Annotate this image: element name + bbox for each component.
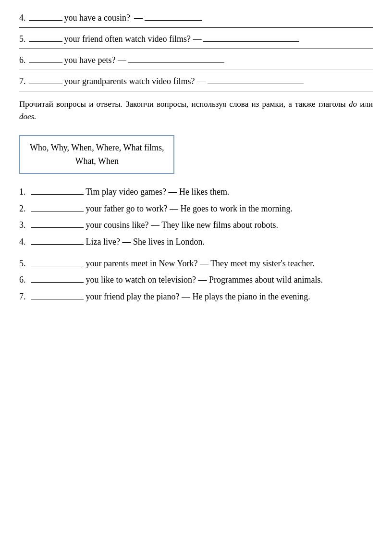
item-num-6: 6. [19,54,26,67]
instructions-text: Прочитай вопросы и ответы. Закончи вопро… [19,99,349,109]
bottom-text-4: Liza live? — She lives in London. [86,237,205,247]
instructions-italic1: do [349,99,357,109]
bottom-item-6: 6. you like to watch on television? — Pr… [19,273,373,287]
bottom-text-1: Tim play video games? — He likes them. [86,187,229,197]
separator-5 [19,49,373,49]
blank-5-1[interactable] [29,41,62,42]
instructions-connector: или [357,99,373,109]
bottom-item-1: 1. Tim play video games? — He likes them… [19,185,373,199]
item-num-5: 5. [19,33,26,46]
bottom-text-5: your parents meet in New York? — They me… [86,259,315,268]
bottom-blank-4[interactable] [31,244,84,245]
bottom-item-2: 2. your father go to work? — He goes to … [19,201,373,216]
exercise-item-6: 6. you have pets? — [19,54,373,70]
bottom-text-2: your father go to work? — He goes to wor… [86,204,293,213]
bottom-blank-5[interactable] [31,266,84,266]
bottom-item-7: 7. your friend play the piano? — He play… [19,289,373,304]
exercise-item-7: 7. your grandparents watch video films? … [19,75,373,91]
blank-4-2[interactable] [145,20,202,21]
bottom-num-7: 7. [19,292,26,301]
item-num-4: 4. [19,12,26,25]
blank-5-2[interactable] [203,41,299,42]
bottom-blank-2[interactable] [31,211,84,211]
bottom-text-6: you like to watch on television? — Progr… [86,275,323,285]
instructions-block: Прочитай вопросы и ответы. Закончи вопро… [19,98,373,124]
item-7-text: your grandparents watch video films? — [64,75,206,88]
word-box-line2: What, When [30,154,164,168]
bottom-item-3: 3. your cousins like? — They like new fi… [19,218,373,233]
bottom-text-7: your friend play the piano? — He plays t… [86,292,310,301]
bottom-item-4: 4. Liza live? — She lives in London. [19,235,373,249]
blank-6-2[interactable] [128,62,224,63]
bottom-num-5: 5. [19,259,26,268]
exercise-item-5: 5. your friend often watch video films? … [19,33,373,49]
instructions-italic2: does. [19,112,36,121]
bottom-num-6: 6. [19,275,26,285]
dash-4: — [134,12,143,25]
bottom-item-5: 5. your parents meet in New York? — They… [19,256,373,271]
item-num-7: 7. [19,75,26,88]
word-box: Who, Why, When, Where, What films, What,… [19,135,174,174]
blank-7-2[interactable] [208,84,304,84]
bottom-blank-6[interactable] [31,282,84,283]
exercise-item-4: 4. you have a cousin? — [19,12,373,28]
bottom-text-3: your cousins like? — They like new films… [86,220,279,230]
bottom-blank-1[interactable] [31,194,84,195]
bottom-section: 1. Tim play video games? — He likes them… [19,185,373,304]
item-6-text: you have pets? — [64,54,126,67]
word-box-line1: Who, Why, When, Where, What films, [30,141,164,155]
blank-4-1[interactable] [29,20,62,21]
blank-7-1[interactable] [29,84,62,84]
bottom-num-3: 3. [19,220,26,230]
bottom-num-4: 4. [19,237,26,247]
separator-6 [19,70,373,70]
item-5-text: your friend often watch video films? — [64,33,202,46]
bottom-blank-3[interactable] [31,227,84,228]
top-section: 4. you have a cousin? — 5. your friend o… [19,12,373,91]
separator-7 [19,91,373,91]
bottom-blank-7[interactable] [31,299,84,299]
separator-4 [19,27,373,28]
blank-6-1[interactable] [29,62,62,63]
bottom-num-1: 1. [19,187,26,197]
bottom-num-2: 2. [19,204,26,213]
item-4-text: you have a cousin? [64,12,130,25]
